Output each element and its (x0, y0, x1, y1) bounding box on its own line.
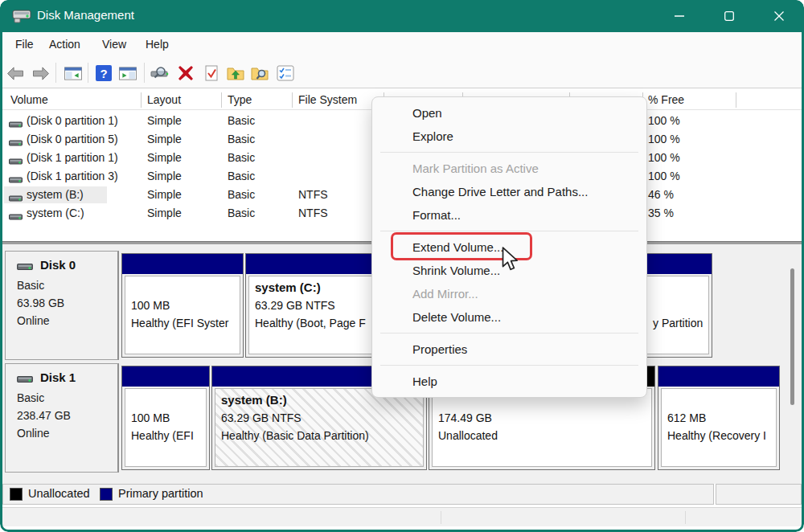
header-type[interactable]: Type (228, 89, 252, 110)
cell-layout: Simple (147, 186, 182, 204)
partition-status: Healthy (EFI Syster (131, 314, 240, 332)
disk-name: Disk 0 (40, 258, 76, 272)
legend-label-primary: Primary partition (118, 487, 203, 500)
header-file-system[interactable]: File System (298, 89, 357, 110)
disk-size: 238.47 GB (17, 409, 71, 422)
disk-status: Online (17, 427, 49, 440)
partition-body: 612 MB Healthy (Recovery I (661, 388, 777, 467)
disk0-partition-recovery[interactable]: y Partition (643, 253, 712, 358)
cell-volume: (Disk 1 partition 3) (27, 167, 118, 186)
menu-item-shrink-volume[interactable]: Shrink Volume... (372, 259, 646, 282)
disk0-partition-efi[interactable]: 100 MB Healthy (EFI Syster (121, 253, 244, 358)
drive-icon (16, 261, 34, 276)
cell-layout: Simple (147, 112, 182, 130)
toolbar-separator (144, 63, 145, 83)
disk0-panel[interactable]: Disk 0 Basic 63.98 GB Online (5, 251, 119, 360)
check-document-icon[interactable] (200, 63, 223, 83)
partition-header-bar (658, 366, 779, 387)
close-button[interactable] (761, 0, 798, 32)
status-divider (685, 511, 686, 524)
partition-size: 174.49 GB (438, 409, 651, 427)
menu-bar: File Action View Help (2, 32, 802, 57)
cell-volume: system (C:) (27, 204, 84, 223)
toolbar-separator (55, 63, 56, 83)
status-bar (2, 507, 802, 526)
partition-status: Healthy (Basic Data Partition) (221, 427, 423, 444)
show-console-tree-icon[interactable] (62, 63, 84, 83)
back-icon[interactable] (4, 63, 27, 83)
drive-search-icon[interactable] (149, 63, 171, 83)
cell-percent-free: 35 % (648, 204, 674, 223)
cell-layout: Simple (147, 130, 182, 149)
partition-size: 63.29 GB NTFS (221, 409, 423, 427)
menu-item-properties[interactable]: Properties (372, 338, 646, 361)
menu-item-open[interactable]: Open (372, 101, 646, 125)
menu-separator (380, 333, 638, 334)
help-icon[interactable]: ? (92, 63, 115, 83)
legend-bar: Unallocated Primary partition (2, 484, 714, 505)
disk-type: Basic (17, 279, 44, 292)
delete-icon[interactable] (174, 63, 197, 83)
folder-search-icon[interactable] (248, 63, 271, 83)
cell-type: Basic (228, 167, 255, 186)
cell-volume: system (B:) (27, 186, 84, 204)
show-action-pane-icon[interactable] (117, 63, 139, 83)
disk1-panel[interactable]: Disk 1 Basic 238.47 GB Online (5, 363, 119, 473)
cell-layout: Simple (147, 167, 182, 186)
partition-status: Healthy (EFI (131, 427, 206, 444)
drive-icon (9, 209, 23, 227)
disk-size: 63.98 GB (17, 297, 64, 309)
menu-item-explore[interactable]: Explore (372, 125, 646, 148)
disk1-partition-efi[interactable]: 100 MB Healthy (EFI (121, 366, 210, 470)
cell-volume: (Disk 1 partition 1) (27, 149, 118, 167)
context-menu: Open Explore Mark Partition as Active Ch… (371, 96, 647, 398)
toolbar-separator (88, 63, 88, 83)
menu-file[interactable]: File (10, 32, 39, 57)
cell-layout: Simple (147, 204, 182, 223)
column-divider[interactable] (141, 92, 142, 108)
menu-item-change-drive-letter[interactable]: Change Drive Letter and Paths... (372, 180, 646, 203)
menu-help[interactable]: Help (141, 32, 174, 57)
forward-icon[interactable] (30, 63, 52, 83)
folder-up-icon[interactable] (224, 63, 247, 83)
header-layout[interactable]: Layout (147, 89, 181, 110)
disk-management-window: Disk Management File Action View Help ? (0, 0, 804, 532)
cell-percent-free: 46 % (648, 186, 674, 204)
column-divider[interactable] (292, 92, 293, 108)
partition-size: 100 MB (131, 297, 240, 314)
header-percent-free[interactable]: % Free (648, 89, 684, 110)
header-volume[interactable]: Volume (10, 89, 48, 110)
cell-file-system: NTFS (298, 186, 328, 204)
menu-item-format[interactable]: Format... (372, 203, 646, 227)
menu-action[interactable]: Action (44, 32, 85, 57)
window-title: Disk Management (37, 8, 134, 22)
legend-label-unallocated: Unallocated (28, 487, 90, 500)
menu-item-help[interactable]: Help (372, 370, 646, 393)
cell-file-system: NTFS (298, 204, 328, 223)
partition-status: y Partition (653, 314, 708, 332)
status-divider (441, 511, 441, 524)
cell-percent-free: 100 % (648, 149, 680, 167)
disk1-partition-recovery[interactable]: 612 MB Healthy (Recovery I (658, 366, 780, 470)
maximize-button[interactable] (711, 0, 748, 32)
partition-name (131, 279, 240, 297)
partition-name (667, 391, 776, 409)
menu-item-delete-volume[interactable]: Delete Volume... (372, 305, 646, 329)
menu-separator (380, 365, 638, 366)
partition-name (653, 279, 708, 297)
column-divider[interactable] (736, 92, 736, 108)
partition-size: 612 MB (667, 409, 776, 427)
vertical-scrollbar-thumb[interactable] (790, 268, 794, 405)
minimize-button[interactable] (661, 0, 698, 32)
cell-percent-free: 100 % (648, 167, 680, 186)
svg-text:?: ? (100, 67, 107, 80)
menu-item-extend-volume[interactable]: Extend Volume... (372, 235, 646, 259)
disk-type: Basic (17, 391, 44, 404)
legend-bar-stub (716, 484, 802, 505)
menu-item-mark-partition-active: Mark Partition as Active (372, 157, 646, 180)
column-divider[interactable] (221, 92, 222, 108)
toolbar: ? (2, 57, 802, 88)
task-list-icon[interactable] (274, 63, 297, 83)
cell-layout: Simple (147, 149, 182, 167)
menu-view[interactable]: View (97, 32, 131, 57)
